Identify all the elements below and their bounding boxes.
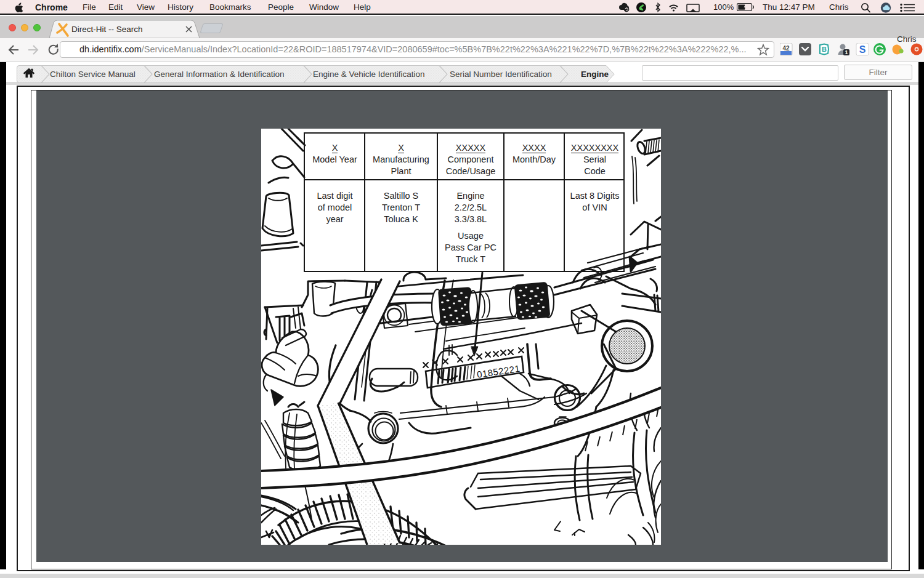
svg-text:42: 42	[782, 45, 790, 52]
svg-text:1: 1	[845, 49, 848, 55]
svg-text:Engine & Vehicle Identificatio: Engine & Vehicle Identification	[313, 70, 425, 79]
svg-text:General Information & Identifi: General Information & Identification	[154, 70, 285, 79]
svg-text:Engine: Engine	[581, 70, 609, 79]
svg-text:B: B	[822, 46, 827, 53]
svg-text:S: S	[859, 44, 866, 55]
svg-text:Direct-Hit -- Search: Direct-Hit -- Search	[71, 25, 143, 34]
svg-text:Chilton Service Manual: Chilton Service Manual	[50, 70, 136, 79]
svg-text:Serial Number Identification: Serial Number Identification	[450, 70, 552, 79]
svg-text:01852221: 01852221	[476, 363, 521, 380]
